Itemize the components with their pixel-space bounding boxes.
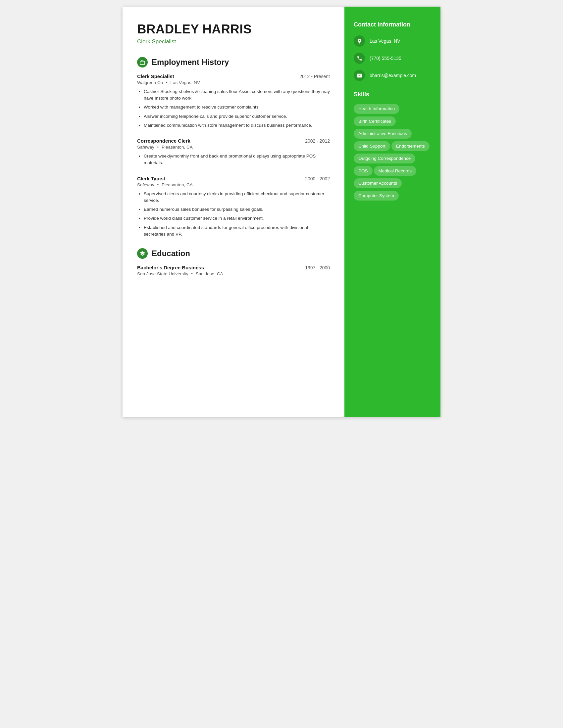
- resume-container: BRADLEY HARRIS Clerk Specialist Employme…: [122, 7, 441, 417]
- skill-tag-5: Outgoing Correspondence: [354, 154, 415, 163]
- contact-location-text: Las Vegas, NV: [370, 38, 400, 44]
- skill-tag-4: Endorsements: [392, 141, 430, 151]
- employment-section-title: Employment History: [152, 58, 229, 67]
- education-icon: [137, 248, 148, 259]
- job-bullets-2: Supervised clerks and courtesy clerks in…: [137, 191, 330, 238]
- graduation-svg: [139, 250, 145, 256]
- employment-section-header: Employment History: [137, 57, 330, 68]
- job-header-1: Correspondence Clerk 2002 - 2012: [137, 138, 330, 144]
- bullet: Provide world class customer service in …: [144, 215, 330, 222]
- job-block-1: Correspondence Clerk 2002 - 2012 Safeway…: [137, 138, 330, 166]
- bullet: Answer incoming telephone calls and prov…: [144, 113, 330, 120]
- bullet: Cashier Stocking shelves & cleaning sale…: [144, 88, 330, 102]
- bullet: Create weekly/monthly front and back end…: [144, 153, 330, 166]
- education-section-header: Education: [137, 248, 330, 259]
- education-section-title: Education: [152, 249, 190, 258]
- job-title-1: Correspondence Clerk: [137, 138, 190, 144]
- bullet: Earned numerous sales bonuses for surpas…: [144, 206, 330, 213]
- contact-email-text: bharris@example.com: [370, 73, 416, 78]
- education-dates-0: 1997 - 2000: [305, 265, 330, 270]
- right-panel: Contact Information Las Vegas, NV (770) …: [345, 7, 441, 417]
- skills-list: Health Information Birth Certificates Ad…: [354, 104, 431, 203]
- skill-tag-2: Administrative Functions: [354, 129, 412, 139]
- education-institution-0: San Jose State University • San Jose, CA: [137, 271, 330, 276]
- job-header-0: Clerk Specialist 2012 - Present: [137, 73, 330, 79]
- contact-email: bharris@example.com: [354, 70, 431, 81]
- email-icon: [354, 70, 365, 81]
- bullet: Supervised clerks and courtesy clerks in…: [144, 191, 330, 204]
- education-block-0: Bachelor's Degree Business 1997 - 2000 S…: [137, 265, 330, 276]
- bullet: Worked with management to resolve custom…: [144, 104, 330, 111]
- contact-phone: (770) 555-5135: [354, 53, 431, 64]
- candidate-title: Clerk Specialist: [137, 38, 330, 45]
- job-header-2: Clerk Typist 2000 - 2002: [137, 176, 330, 181]
- job-bullets-0: Cashier Stocking shelves & cleaning sale…: [137, 88, 330, 129]
- employment-icon: [137, 57, 148, 68]
- job-company-1: Safeway • Pleasanton, CA: [137, 145, 330, 150]
- job-dates-0: 2012 - Present: [300, 74, 330, 79]
- bullet: Maintained communication with store mana…: [144, 122, 330, 129]
- candidate-name: BRADLEY HARRIS: [137, 23, 330, 36]
- skill-tag-6: POS: [354, 166, 373, 176]
- bullet: Established and coordinated standards fo…: [144, 224, 330, 238]
- job-block-2: Clerk Typist 2000 - 2002 Safeway • Pleas…: [137, 176, 330, 238]
- location-icon: [354, 35, 365, 47]
- skill-tag-3: Child Support: [354, 141, 390, 151]
- job-company-2: Safeway • Pleasanton, CA: [137, 182, 330, 187]
- job-bullets-1: Create weekly/monthly front and back end…: [137, 153, 330, 166]
- phone-icon: [354, 53, 365, 64]
- skill-tag-9: Computer System: [354, 191, 399, 201]
- job-title-0: Clerk Specialist: [137, 73, 174, 79]
- education-divider: Education Bachelor's Degree Business 199…: [137, 248, 330, 276]
- job-block-0: Clerk Specialist 2012 - Present Walgreen…: [137, 73, 330, 129]
- contact-section-title: Contact Information: [354, 21, 431, 28]
- job-dates-2: 2000 - 2002: [305, 176, 330, 181]
- education-degree-0: Bachelor's Degree Business: [137, 265, 204, 270]
- education-header-0: Bachelor's Degree Business 1997 - 2000: [137, 265, 330, 270]
- briefcase-svg: [139, 59, 145, 65]
- skill-tag-1: Birth Certificates: [354, 116, 396, 126]
- job-company-0: Walgreen Co • Las Vegas, NV: [137, 80, 330, 85]
- skill-tag-0: Health Information: [354, 104, 399, 114]
- skills-section-title: Skills: [354, 91, 431, 98]
- skill-tag-8: Customer Accounts: [354, 178, 402, 188]
- job-title-2: Clerk Typist: [137, 176, 165, 181]
- left-panel: BRADLEY HARRIS Clerk Specialist Employme…: [122, 7, 345, 417]
- skill-tag-7: Medical Records: [374, 166, 417, 176]
- job-dates-1: 2002 - 2012: [305, 138, 330, 144]
- contact-phone-text: (770) 555-5135: [370, 56, 401, 61]
- contact-location: Las Vegas, NV: [354, 35, 431, 47]
